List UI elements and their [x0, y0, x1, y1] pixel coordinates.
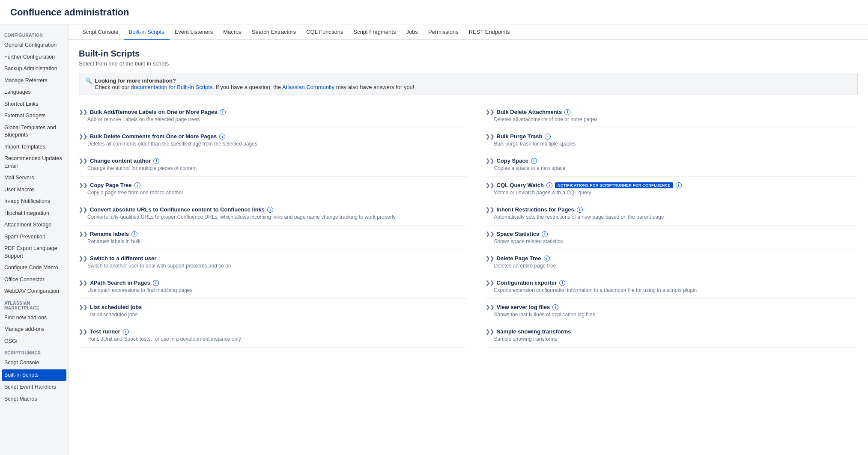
sidebar-item-built-in-scripts[interactable]: Built-in Scripts	[2, 369, 66, 381]
arrow-icon: ❯❯	[486, 109, 494, 115]
script-link-bulk-purge-trash[interactable]: Bulk Purge Trash	[497, 133, 543, 140]
info-icon-bulk-purge-trash[interactable]: i	[545, 134, 551, 140]
script-title-configuration-exporter: ❯❯Configuration exporteri	[486, 280, 851, 286]
info-icon-bulk-delete-attachments[interactable]: i	[564, 109, 570, 115]
info-icon-convert-absolute-urls[interactable]: i	[267, 207, 273, 213]
sidebar-item-recommended-updates-email[interactable]: Recommended Updates Email	[0, 153, 68, 172]
script-item-cql-query-watch: ❯❯CQL Query WatchiNOTIFICATIONS FOR SCRI…	[486, 177, 858, 201]
sidebar-item-user-macros[interactable]: User Macros	[0, 184, 68, 196]
badge-info-icon-cql-query-watch[interactable]: i	[676, 182, 682, 188]
community-link[interactable]: Atlassian Community	[282, 84, 334, 90]
scripts-grid: ❯❯Bulk Add/Remove Labels on One or More …	[79, 104, 858, 348]
info-icon-change-content-author[interactable]: i	[153, 158, 159, 164]
script-link-bulk-delete-attachments[interactable]: Bulk Delete Attachments	[497, 109, 562, 115]
sidebar-item-languages[interactable]: Languages	[0, 86, 68, 98]
script-link-configuration-exporter[interactable]: Configuration exporter	[497, 280, 557, 286]
tab-event-listeners[interactable]: Event Listeners	[170, 24, 218, 40]
tab-macros[interactable]: Macros	[218, 24, 247, 40]
sidebar-item-osgi[interactable]: OSGi	[0, 336, 68, 348]
script-link-copy-space[interactable]: Copy Space	[497, 158, 528, 164]
script-item-space-statistics: ❯❯Space StatisticsiShows space related s…	[486, 226, 858, 250]
script-title-copy-page-tree: ❯❯Copy Page Treei	[79, 182, 462, 188]
tab-jobs[interactable]: Jobs	[401, 24, 423, 40]
sidebar-item-pdf-export-language-support[interactable]: PDF Export Language Support	[0, 243, 68, 262]
sidebar: CONFIGURATIONGeneral ConfigurationFurthe…	[0, 24, 69, 455]
docs-link[interactable]: documentation for Built-in Scripts	[131, 84, 213, 90]
arrow-icon: ❯❯	[486, 158, 494, 164]
info-icon-test-runner[interactable]: i	[123, 329, 129, 335]
sidebar-item-spam-prevention[interactable]: Spam Prevention	[0, 231, 68, 243]
tab-search-extractors[interactable]: Search Extractors	[247, 24, 301, 40]
script-title-inherit-restrictions: ❯❯Inherit Restrictions for Pagesi	[486, 206, 851, 213]
script-desc-bulk-delete-comments: Deletes all comments older than the spec…	[79, 141, 462, 147]
info-icon-configuration-exporter[interactable]: i	[559, 280, 565, 286]
info-icon-copy-space[interactable]: i	[531, 158, 537, 164]
sidebar-item-attachment-storage[interactable]: Attachment Storage	[0, 219, 68, 231]
info-icon: 🔍	[85, 77, 92, 84]
tab-rest-endpoints[interactable]: REST Endpoints	[464, 24, 515, 40]
info-icon-bulk-delete-comments[interactable]: i	[219, 134, 225, 140]
script-title-delete-page-tree: ❯❯Delete Page Treei	[486, 255, 851, 262]
script-item-copy-space: ❯❯Copy SpaceiCopies a space to a new spa…	[486, 152, 858, 177]
script-link-inherit-restrictions[interactable]: Inherit Restrictions for Pages	[497, 206, 574, 213]
sidebar-item-manage-add-ons[interactable]: Manage add-ons	[0, 324, 68, 336]
script-link-copy-page-tree[interactable]: Copy Page Tree	[90, 182, 132, 188]
script-desc-delete-page-tree: Deletes an entire page tree	[486, 263, 851, 269]
sidebar-item-general-configuration[interactable]: General Configuration	[0, 39, 68, 51]
sidebar-item-global-templates[interactable]: Global Templates and Blueprints	[0, 122, 68, 141]
script-desc-xpath-search-pages: Use xpath expressions to find matching p…	[79, 287, 462, 293]
script-link-cql-query-watch[interactable]: CQL Query Watch	[497, 182, 544, 188]
tab-permissions[interactable]: Permissions	[423, 24, 464, 40]
script-desc-copy-page-tree: Copy a page tree from one root to anothe…	[79, 190, 462, 196]
sidebar-item-import-templates[interactable]: Import Templates	[0, 141, 68, 153]
info-icon-view-server-log-files[interactable]: i	[552, 304, 558, 310]
sidebar-item-further-configuration[interactable]: Further Configuration	[0, 51, 68, 63]
script-desc-configuration-exporter: Exports extension configuration informat…	[486, 287, 851, 293]
info-icon-copy-page-tree[interactable]: i	[134, 182, 140, 188]
sidebar-item-shortcut-links[interactable]: Shortcut Links	[0, 98, 68, 110]
tab-script-fragments[interactable]: Script Fragments	[348, 24, 401, 40]
info-icon-delete-page-tree[interactable]: i	[544, 256, 550, 262]
script-link-view-server-log-files[interactable]: View server log files	[497, 304, 550, 310]
sidebar-item-script-macros[interactable]: Script Macros	[0, 393, 68, 405]
tab-script-console[interactable]: Script Console	[77, 24, 124, 40]
script-desc-inherit-restrictions: Automatically sets the restrictions of a…	[486, 214, 851, 220]
info-icon-bulk-add-remove-labels[interactable]: i	[220, 109, 226, 115]
script-link-change-content-author[interactable]: Change content author	[90, 158, 151, 164]
info-icon-rename-labels[interactable]: i	[131, 231, 137, 237]
info-icon-inherit-restrictions[interactable]: i	[577, 207, 583, 213]
script-title-convert-absolute-urls: ❯❯Convert absolute URLs to Confluence co…	[79, 206, 462, 213]
script-link-bulk-add-remove-labels[interactable]: Bulk Add/Remove Labels on One or More Pa…	[90, 109, 217, 115]
sidebar-item-manage-referrers[interactable]: Manage Referrers	[0, 75, 68, 87]
sidebar-item-hipchat-integration[interactable]: Hipchat Integration	[0, 208, 68, 220]
sidebar-item-webdav-configuration[interactable]: WebDAV Configuration	[0, 285, 68, 297]
script-link-convert-absolute-urls[interactable]: Convert absolute URLs to Confluence cont…	[90, 206, 265, 213]
sidebar-item-mail-servers[interactable]: Mail Servers	[0, 172, 68, 184]
script-link-sample-showing-transforms[interactable]: Sample showing transforms	[497, 328, 571, 335]
sidebar-item-script-console[interactable]: Script Console	[0, 357, 68, 369]
script-desc-change-content-author: Change the author for multiple pieces of…	[79, 165, 462, 171]
sidebar-item-script-event-handlers[interactable]: Script Event Handlers	[0, 381, 68, 393]
sidebar-item-in-app-notifications[interactable]: In-app Notifications	[0, 196, 68, 208]
tab-cql-functions[interactable]: CQL Functions	[301, 24, 348, 40]
sidebar-item-backup-administration[interactable]: Backup Administration	[0, 63, 68, 75]
script-link-space-statistics[interactable]: Space Statistics	[497, 231, 540, 237]
info-icon-xpath-search-pages[interactable]: i	[153, 280, 159, 286]
arrow-icon: ❯❯	[79, 207, 87, 213]
script-title-bulk-add-remove-labels: ❯❯Bulk Add/Remove Labels on One or More …	[79, 109, 462, 115]
tab-built-in-scripts[interactable]: Built-in Scripts	[124, 24, 170, 40]
script-link-switch-user[interactable]: Switch to a different user	[90, 255, 156, 262]
info-icon-cql-query-watch[interactable]: i	[546, 182, 552, 188]
sidebar-item-external-gadgets[interactable]: External Gadgets	[0, 110, 68, 122]
sidebar-item-configure-code-macro[interactable]: Configure Code Macro	[0, 262, 68, 274]
script-link-test-runner[interactable]: Test runner	[90, 328, 120, 335]
script-title-sample-showing-transforms: ❯❯Sample showing transforms	[486, 328, 851, 335]
script-link-list-scheduled-jobs[interactable]: List scheduled jobs	[90, 304, 142, 310]
script-link-xpath-search-pages[interactable]: XPath Search in Pages	[90, 280, 150, 286]
info-icon-space-statistics[interactable]: i	[542, 231, 548, 237]
script-link-delete-page-tree[interactable]: Delete Page Tree	[497, 255, 541, 262]
sidebar-item-office-connector[interactable]: Office Connector	[0, 274, 68, 286]
script-link-bulk-delete-comments[interactable]: Bulk Delete Comments from One or More Pa…	[90, 133, 217, 140]
sidebar-item-find-new-add-ons[interactable]: Find new add-ons	[0, 312, 68, 324]
script-link-rename-labels[interactable]: Rename labels	[90, 231, 129, 237]
